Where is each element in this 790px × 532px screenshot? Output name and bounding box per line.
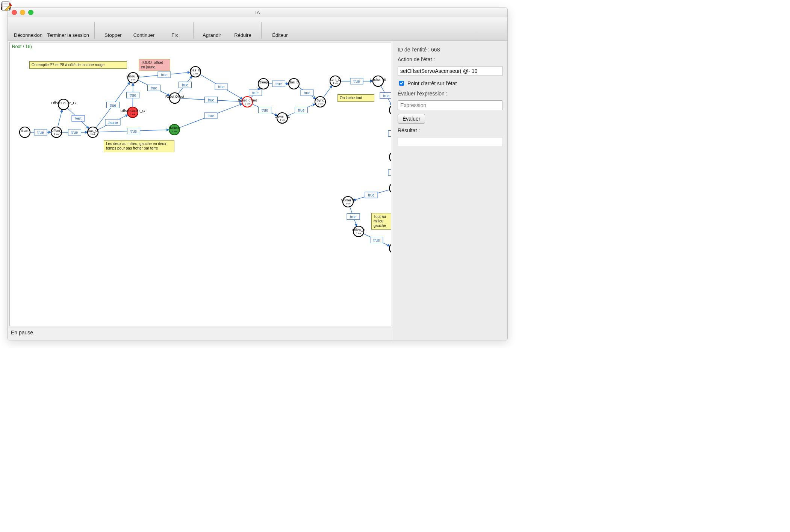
svg-text:true: true [353,79,360,83]
toolbar-label: Stopper [104,32,122,38]
result-output [398,137,503,146]
editor-icon [274,20,286,32]
zoom-out-button[interactable]: Réduire [227,20,258,39]
disconnect-icon [22,20,34,32]
svg-text:true: true [161,73,168,77]
svg-text:Mont: Mont [391,185,391,189]
status-bar: En pause. [8,328,393,340]
svg-text:true: true [207,114,214,118]
svg-line-76 [323,85,332,97]
canvas-wrap: Root / 16) truetrueVertJaunetruetruetrue… [8,41,393,340]
zoom-in-button[interactable]: Agrandir [197,20,227,39]
svg-text:Start: Start [21,129,29,133]
toolbar-label: Agrandir [203,32,221,38]
content-area: Root / 16) truetrueVertJaunetruetruetrue… [8,41,507,340]
svg-text:true: true [130,93,136,97]
toolbar-label: Fix [171,32,178,38]
svg-text:Jaune: Jaune [107,121,118,125]
diagram-note[interactable]: TODO offset en jaune [139,59,170,71]
svg-text:Lacher P8: Lacher P8 [370,78,386,82]
action-input[interactable] [398,66,503,76]
disconnect-button[interactable]: Déconnexion [12,20,45,39]
svg-text:1 tok: 1 tok [172,130,177,133]
breakpoint-checkbox[interactable] [399,81,404,86]
expression-input[interactable] [398,100,503,110]
editor-button[interactable]: Éditeur [265,20,295,39]
play-icon [138,20,150,32]
svg-text:true: true [208,98,215,102]
svg-text:Ouvrir_P1: Ouvrir_P1 [275,115,290,118]
side-panel: ID de l'entité : 668 Action de l'état : … [393,41,507,340]
svg-rect-84 [388,131,391,137]
svg-text:Offset_: Offset_ [51,129,62,133]
svg-text:Sync: Sync [316,98,324,102]
continue-button[interactable]: Continuer [129,20,159,39]
svg-text:Bas_G: Bas_G [88,129,98,133]
zoom-in-icon [206,20,218,32]
action-label: Action de l'état : [398,56,503,62]
svg-text:true: true [298,108,305,112]
stop-button[interactable]: Stopper [98,20,129,39]
svg-text:1 tok: 1 tok [130,113,135,115]
svg-point-155 [389,243,391,254]
svg-text:true: true [151,86,157,90]
svg-text:Offset Coude_G: Offset Coude_G [51,101,76,105]
diagram-note[interactable]: Les deux au milieu, gauche en deux temps… [104,140,174,152]
svg-text:1 tok: 1 tok [345,203,351,205]
tape-icon [169,20,181,32]
end-session-button[interactable]: Terminer la session [45,20,91,39]
svg-text:Offset Coude_G: Offset Coude_G [121,109,145,113]
svg-text:true: true [350,215,357,219]
svg-line-27 [58,110,62,127]
svg-text:true: true [218,85,225,89]
svg-text:true: true [110,103,117,107]
result-label: Résultat : [398,127,503,133]
svg-text:true: true [304,91,310,95]
svg-text:1 tok: 1 tok [90,133,95,135]
window-title: IA [8,10,507,15]
evaluate-button[interactable]: Évaluer [398,114,425,124]
titlebar: IA [8,8,507,17]
svg-text:true: true [252,91,259,95]
entity-id-label: ID de l'entité : 668 [398,47,503,53]
svg-point-146 [389,183,391,193]
svg-text:1 tok: 1 tok [356,232,361,234]
eval-label: Évaluer l'expression : [398,91,503,97]
zoom-out-icon [237,20,249,32]
toolbar-separator [193,22,194,39]
svg-text:true: true [130,129,137,133]
diagram-note[interactable]: On empile P7 et P8 à côté de la zone rou… [29,61,127,69]
svg-text:true: true [368,193,375,197]
diagram-note[interactable]: On lache tout [337,94,374,102]
toolbar-label: Continuer [133,32,154,38]
svg-text:true: true [262,108,268,112]
svg-text:1 tok: 1 tok [333,82,338,84]
svg-text:true: true [37,130,44,135]
svg-text:true: true [383,94,390,98]
svg-text:2 tok: 2 tok [193,73,198,75]
entity-id-prefix: ID de l'entité : [398,47,431,53]
svg-text:Reset_offset: Reset_offset [238,98,257,102]
breakpoint-checkbox-row[interactable]: Point d'arrêt sur l'état [398,80,503,87]
toolbar-label: Éditeur [272,32,288,38]
toolbar-label: Réduire [234,32,251,38]
svg-point-140 [389,105,391,115]
svg-text:Bas_D: Bas_D [289,80,299,84]
diagram-note[interactable]: Tout au milieu gauche [371,213,391,230]
svg-text:Milieu_c: Milieu_c [352,228,365,232]
svg-text:1 tok: 1 tok [280,119,285,121]
svg-text:Monter_E: Monter_E [341,198,355,202]
app-window: IA Déconnexion Terminer la session Stopp… [8,8,508,340]
exit-icon [62,20,74,32]
svg-text:Vert: Vert [75,116,82,121]
fix-button[interactable]: Fix [159,20,190,39]
svg-text:Ferm: Ferm [391,154,392,157]
diagram-canvas[interactable]: Root / 16) truetrueVertJaunetruetruetrue… [9,42,391,326]
svg-text:true: true [71,130,78,135]
svg-text:Reset Offset: Reset Offset [165,95,184,98]
toolbar: Déconnexion Terminer la session Stopper … [8,17,507,41]
breakpoint-label: Point d'arrêt sur l'état [407,80,457,86]
stop-icon [107,20,119,32]
svg-text:Lent_D: Lent_D [330,78,341,82]
svg-text:Bas_G: Bas_G [190,68,201,72]
